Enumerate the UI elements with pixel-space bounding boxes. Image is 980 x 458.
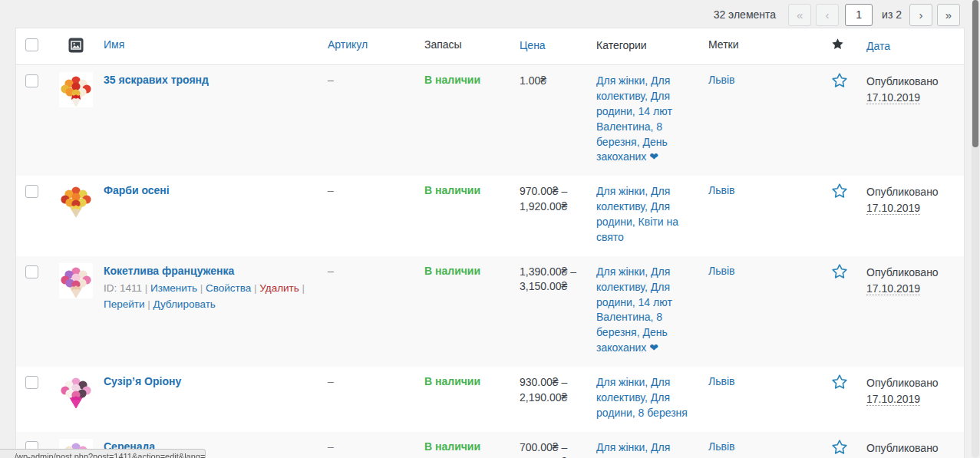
sku-value: – [328, 367, 424, 432]
row-checkbox[interactable] [25, 376, 38, 389]
row-action-id: ID: 1411 [104, 282, 142, 294]
prev-page-button[interactable]: ‹ [816, 4, 839, 26]
publish-date: 17.10.2019 [866, 91, 920, 104]
publish-date: 17.10.2019 [866, 393, 920, 406]
link-preview-statusbar: …/wp-admin/post.php?post=1411&action=edi… [0, 449, 206, 458]
action-separator: | [299, 282, 305, 294]
stock-status: В наличии [424, 440, 480, 453]
table-header-row: Имя Артикул Запасы Цена Категории Метки … [16, 28, 964, 65]
column-header-sku[interactable]: Артикул [328, 38, 368, 51]
last-page-button[interactable]: » [937, 4, 960, 26]
tag-link[interactable]: Львів [708, 265, 734, 277]
next-page-button[interactable]: › [909, 4, 932, 26]
sku-value: – [328, 256, 424, 367]
publish-status: Опубликовано [866, 186, 939, 198]
price-value: 1.00₴ [520, 65, 596, 176]
category-links[interactable]: Для жінки, Для колективу, Для родини, 14… [596, 74, 672, 163]
row-action-1[interactable]: Изменить [150, 282, 197, 294]
product-thumbnail[interactable] [59, 374, 93, 409]
row-action-3[interactable]: Удалить [259, 282, 299, 294]
stock-status: В наличии [424, 74, 480, 86]
product-name-link[interactable]: Кокетлива француженка [104, 265, 234, 277]
category-links[interactable]: Для жінки, Для колективу, Для родини, Дл… [596, 441, 699, 458]
row-checkbox[interactable] [25, 185, 38, 198]
featured-star-icon[interactable] [831, 374, 848, 393]
sku-value: – [328, 432, 424, 458]
table-body: 35 яскравих троянд – В наличии 1.00₴ Для… [16, 65, 964, 458]
stock-status: В наличии [424, 375, 480, 387]
action-separator: | [145, 298, 153, 310]
publish-status: Опубликовано [866, 266, 939, 278]
items-count: 32 элемента [714, 8, 776, 21]
sku-value: – [328, 65, 424, 176]
column-header-stock: Запасы [424, 38, 462, 51]
publish-date: 17.10.2019 [866, 202, 920, 215]
price-value: 970.00₴ – 1,920.00₴ [520, 176, 596, 256]
scrollbar-thumb[interactable] [972, 0, 978, 147]
category-links[interactable]: Для жінки, Для колективу, Для родини, 14… [596, 265, 672, 354]
first-page-button[interactable]: « [788, 4, 811, 26]
tag-link[interactable]: Львів [708, 375, 734, 387]
publish-status: Опубликовано [866, 442, 939, 454]
total-pages-label: из 2 [882, 8, 902, 21]
column-header-price[interactable]: Цена [520, 39, 546, 51]
current-page-input[interactable] [845, 4, 873, 26]
row-action-5[interactable]: Дублировать [153, 298, 216, 310]
scrollbar-track[interactable] [972, 0, 979, 458]
row-actions: ID: 1411 | Изменить | Свойства | Удалить… [104, 281, 317, 313]
row-checkbox[interactable] [25, 265, 38, 278]
tag-link[interactable]: Львів [708, 440, 734, 453]
featured-star-icon[interactable] [831, 183, 848, 202]
products-table: Имя Артикул Запасы Цена Категории Метки … [15, 28, 965, 458]
product-name-link[interactable]: Фарби осені [104, 184, 170, 196]
column-header-categories: Категории [596, 39, 647, 51]
action-separator: | [251, 282, 259, 294]
table-row: Фарби осені – В наличии 970.00₴ – 1,920.… [16, 176, 964, 256]
price-value: 700.00₴ – 1,890.00₴ [520, 432, 596, 458]
pagination-bar: 32 элемента « ‹ из 2 › » [0, 0, 980, 28]
product-name-link[interactable]: Сузір’я Оріону [104, 375, 181, 387]
stock-status: В наличии [424, 265, 480, 277]
table-row: Кокетлива француженка ID: 1411 | Изменит… [16, 256, 964, 367]
publish-date: 17.10.2019 [866, 282, 920, 295]
action-separator: | [142, 282, 150, 294]
category-links[interactable]: Для жінки, Для колективу, Для родини, Кв… [596, 185, 678, 243]
column-header-date[interactable]: Дата [866, 40, 890, 52]
action-separator: | [197, 282, 206, 294]
featured-star-icon[interactable] [831, 72, 848, 91]
tag-link[interactable]: Львів [708, 184, 734, 196]
category-links[interactable]: Для жінки, Для колективу, Для родини, 8 … [596, 376, 688, 419]
featured-star-icon[interactable] [831, 439, 848, 458]
row-action-2[interactable]: Свойства [206, 282, 251, 294]
price-value: 1,390.00₴ – 3,150.00₴ [520, 256, 596, 367]
product-name-link[interactable]: 35 яскравих троянд [104, 74, 209, 86]
publish-status: Опубликовано [866, 75, 939, 87]
select-all-checkbox[interactable] [25, 38, 38, 51]
stock-status: В наличии [424, 184, 480, 196]
sku-value: – [328, 176, 424, 256]
publish-status: Опубликовано [866, 377, 939, 389]
featured-column-star-icon [831, 41, 844, 53]
tag-link[interactable]: Львів [708, 74, 734, 86]
price-value: 930.00₴ – 2,190.00₴ [520, 367, 596, 432]
row-action-4[interactable]: Перейти [104, 298, 145, 310]
image-column-icon [68, 38, 84, 55]
product-thumbnail[interactable] [59, 183, 93, 218]
table-row: 35 яскравих троянд – В наличии 1.00₴ Для… [16, 65, 964, 176]
column-header-tags: Метки [708, 38, 739, 51]
featured-star-icon[interactable] [831, 263, 848, 282]
row-checkbox[interactable] [25, 74, 38, 87]
table-row: Сузір’я Оріону – В наличии 930.00₴ – 2,1… [16, 367, 964, 432]
product-thumbnail[interactable] [59, 263, 93, 298]
column-header-name[interactable]: Имя [104, 38, 124, 51]
product-thumbnail[interactable] [59, 72, 93, 107]
